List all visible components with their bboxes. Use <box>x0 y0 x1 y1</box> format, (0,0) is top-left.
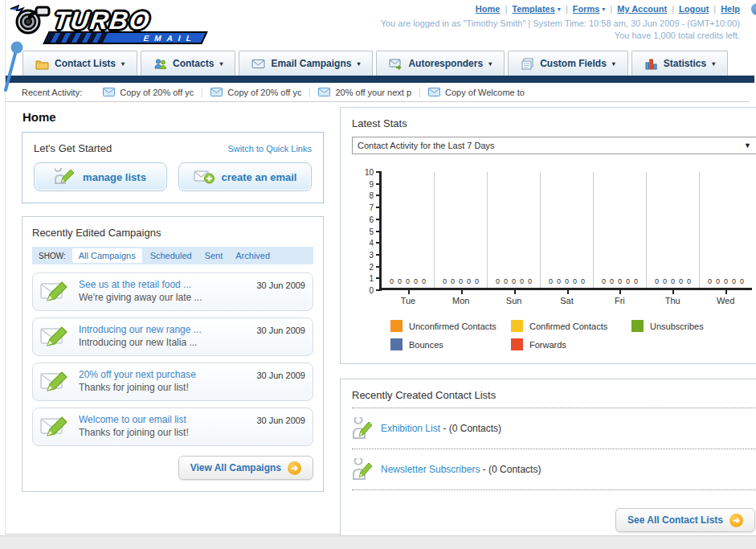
recent-activity-item[interactable]: Copy of Welcome to <box>419 88 533 97</box>
y-tick-label: 1 <box>369 274 374 283</box>
pages-icon <box>521 58 534 70</box>
contact-list-name-link[interactable]: Exhibition List <box>381 423 440 434</box>
top-nav-link[interactable]: My Account <box>617 4 667 14</box>
top-nav-link[interactable]: Help <box>721 4 740 14</box>
campaign-list: See us at the retail food ... We're givi… <box>32 272 313 446</box>
nav-tab-contact-lists[interactable]: Contact Lists ▾ <box>22 51 137 76</box>
contacts-icon <box>153 58 167 70</box>
top-nav-link[interactable]: Home <box>476 4 501 14</box>
chart-day-group: 00000 <box>647 172 700 288</box>
chevron-down-icon: ▼ <box>744 141 751 150</box>
campaign-date: 30 Jun 2009 <box>256 369 305 380</box>
legend-swatch <box>390 338 403 350</box>
campaign-item[interactable]: Introducing our new range ... Introducin… <box>32 318 313 356</box>
x-tick-label: Tue <box>382 290 435 305</box>
annotation-dot-right <box>751 3 756 15</box>
logo-title: TURBO <box>52 7 153 35</box>
y-tick-label: 6 <box>369 215 374 224</box>
chevron-down-icon: ▾ <box>488 60 492 68</box>
contact-list-item[interactable]: Exhibition List - (0 Contacts) <box>352 415 756 442</box>
create-email-button[interactable]: create an email <box>178 162 312 191</box>
latest-stats-panel: Latest Stats Contact Activity for the La… <box>340 107 756 364</box>
campaign-title-link[interactable]: Welcome to our email list <box>79 414 248 425</box>
chevron-down-icon: ▾ <box>612 60 615 68</box>
envelope-pencil-icon <box>40 324 71 348</box>
campaign-filter[interactable]: Scheduled <box>150 251 192 260</box>
y-tick-label: 2 <box>369 263 374 272</box>
latest-stats-title: Latest Stats <box>352 117 756 129</box>
legend-swatch <box>511 338 523 350</box>
campaigns-title: Recently Edited Campaigns <box>32 227 313 239</box>
envelope-icon <box>103 88 115 96</box>
contact-list-item[interactable]: Newsletter Subscribers - (0 Contacts) <box>352 456 756 483</box>
view-all-campaigns-button[interactable]: View All Campaigns ➜ <box>178 456 313 480</box>
recent-activity-bar: Recent Activity: Copy of 20% off yc Copy… <box>6 83 750 102</box>
campaign-title-link[interactable]: Introducing our new range ... <box>79 324 248 335</box>
folder-icon <box>35 58 49 70</box>
campaign-item[interactable]: See us at the retail food ... We're givi… <box>32 272 313 311</box>
campaign-title-link[interactable]: 20% off your next purchase <box>79 369 248 380</box>
y-tick-label: 10 <box>365 168 374 177</box>
legend-label: Bounces <box>409 340 443 350</box>
campaign-filter[interactable]: Sent <box>205 251 223 260</box>
chart-day-group: 00000 <box>594 172 647 288</box>
manage-lists-label: manage lists <box>83 171 146 183</box>
chart-day-group: 00000 <box>700 172 752 288</box>
login-line: You are logged in as "Timothy Smith" | S… <box>381 18 740 30</box>
recent-activity-item[interactable]: 20% off your next p <box>309 88 419 97</box>
legend-label: Confirmed Contacts <box>529 322 607 331</box>
main-content: Home Let's Get Started Switch to Quick L… <box>6 102 754 544</box>
chart-day-group: 00000 <box>541 172 594 288</box>
top-nav-link[interactable]: Logout <box>679 4 709 14</box>
envelope-plus-icon <box>194 168 215 186</box>
nav-tab-custom-fields[interactable]: Custom Fields ▾ <box>508 51 628 76</box>
recent-activity-item[interactable]: Copy of 20% off yc <box>202 88 309 97</box>
chevron-down-icon: ▾ <box>602 6 605 13</box>
y-tick-label: 7 <box>369 203 374 212</box>
bar-value-labels: 00000 <box>647 277 699 285</box>
campaign-filter[interactable]: All Campaigns <box>72 248 142 263</box>
stats-period-select[interactable]: Contact Activity for the Last 7 Days ▼ <box>352 137 756 154</box>
contact-list-items: Exhibition List - (0 Contacts) Newslette… <box>352 415 756 490</box>
campaign-filter[interactable]: Archived <box>235 251 270 260</box>
campaigns-panel: Recently Edited Campaigns SHOW: All Camp… <box>22 216 324 492</box>
nav-tab-email-campaigns[interactable]: Email Campaigns ▾ <box>239 51 373 76</box>
envelope-arrow-icon <box>389 58 403 70</box>
legend-item: Unsubscribes <box>631 320 752 332</box>
chevron-down-icon: ▾ <box>558 6 561 13</box>
contact-list-count: - (0 Contacts) <box>443 423 501 434</box>
top-nav-links: Home | Templates ▾ | Forms ▾ | My Accoun… <box>476 4 740 14</box>
logo-subtitle: EMAIL <box>142 34 198 43</box>
campaign-date: 30 Jun 2009 <box>256 414 305 425</box>
list-pencil-icon <box>55 168 76 186</box>
envelope-pencil-icon <box>40 369 71 393</box>
switch-quick-links-link[interactable]: Switch to Quick Links <box>227 144 312 154</box>
legend-item: Unconfirmed Contacts <box>390 320 511 332</box>
legend-label: Unsubscribes <box>650 322 704 331</box>
campaign-title-link[interactable]: See us at the retail food ... <box>79 279 248 290</box>
recent-activity-item[interactable]: Copy of 20% off yc <box>95 88 202 97</box>
contact-list-name-link[interactable]: Newsletter Subscribers <box>381 464 480 475</box>
see-all-contact-lists-button[interactable]: See All Contact Lists ➜ <box>615 508 755 532</box>
x-tick-label: Wed <box>699 290 752 305</box>
contact-activity-chart: 012345678910 000000000000000000000000000… <box>358 172 752 350</box>
campaign-date: 30 Jun 2009 <box>256 279 305 290</box>
y-tick-label: 5 <box>369 227 374 236</box>
nav-tab-statistics[interactable]: Statistics ▾ <box>631 51 728 76</box>
top-nav-link[interactable]: Forms <box>573 4 600 14</box>
legend-item: Bounces <box>390 338 511 350</box>
nav-tab-contacts[interactable]: Contacts ▾ <box>141 51 235 76</box>
turbocharger-icon <box>7 2 54 35</box>
see-all-contact-lists-label: See All Contact Lists <box>627 514 723 526</box>
person-pencil-icon <box>352 458 373 481</box>
envelope-icon <box>428 88 440 96</box>
nav-tab-autoresponders[interactable]: Autoresponders ▾ <box>376 51 505 76</box>
manage-lists-button[interactable]: manage lists <box>34 162 167 191</box>
chevron-down-icon: ▾ <box>219 60 223 68</box>
campaign-item[interactable]: 20% off your next purchase Thanks for jo… <box>32 363 313 401</box>
chart-y-axis: 012345678910 <box>358 172 379 290</box>
campaign-item[interactable]: Welcome to our email list Thanks for joi… <box>32 408 313 446</box>
bar-value-labels: 00000 <box>382 277 434 285</box>
top-nav-link[interactable]: Templates <box>512 4 555 14</box>
campaign-subtitle: Thanks for joining our list! <box>79 427 248 438</box>
